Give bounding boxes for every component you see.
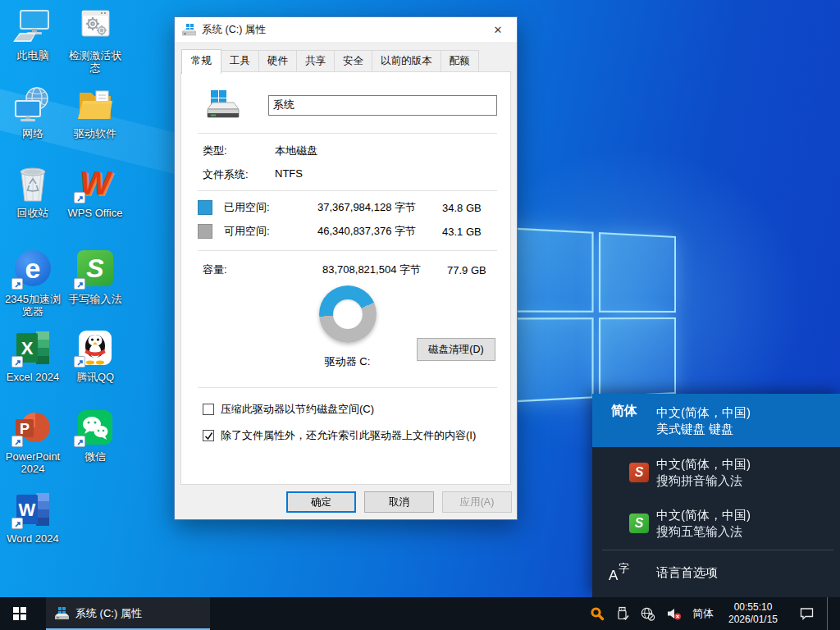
shortcut-arrow-icon bbox=[11, 436, 23, 447]
tab-security[interactable]: 安全 bbox=[334, 50, 372, 72]
word-icon: W bbox=[13, 490, 52, 531]
tab-page-general: 类型: 本地磁盘 文件系统: NTFS 已用空间: 37,367,984,128… bbox=[180, 71, 511, 485]
free-space-bytes: 46,340,837,376 字节 bbox=[316, 224, 416, 239]
this-pc-icon bbox=[13, 7, 52, 48]
driver-software-icon bbox=[75, 84, 115, 126]
taskbar: 系统 (C:) 属性 简体 00:55:10 2026/01/15 bbox=[0, 597, 840, 630]
language-preferences-item[interactable]: A字 语言首选项 bbox=[592, 550, 840, 595]
action-center-icon[interactable] bbox=[799, 606, 815, 621]
desktop-icon-2345-browser[interactable]: e 2345加速浏览器 bbox=[2, 248, 64, 317]
shortcut-arrow-icon bbox=[11, 356, 23, 368]
used-space-label: 已用空间: bbox=[224, 200, 316, 215]
shortcut-arrow-icon bbox=[11, 278, 23, 290]
divider bbox=[198, 190, 497, 191]
network-no-internet-tray-icon[interactable] bbox=[640, 606, 655, 621]
compress-drive-label: 压缩此驱动器以节约磁盘空间(C) bbox=[221, 402, 374, 417]
desktop-icon-handwriting-ime[interactable]: S 手写输入法 bbox=[64, 248, 126, 305]
taskbar-clock[interactable]: 00:55:10 2026/01/15 bbox=[724, 601, 782, 626]
show-desktop-button[interactable] bbox=[827, 597, 832, 630]
svg-text:P: P bbox=[20, 421, 30, 437]
apply-button[interactable]: 应用(A) bbox=[442, 491, 512, 513]
desktop-icon-this-pc[interactable]: 此电脑 bbox=[2, 7, 64, 62]
desktop-icon-wechat[interactable]: 微信 bbox=[64, 408, 126, 463]
tab-quota[interactable]: 配额 bbox=[441, 50, 479, 72]
ime-item-sogou-wubi[interactable]: S 中文(简体，中国) 搜狗五笔输入法 bbox=[592, 498, 840, 549]
windows-logo bbox=[508, 227, 676, 403]
activation-check-icon bbox=[75, 7, 115, 48]
desktop-icon-recycle-bin[interactable]: 回收站 bbox=[2, 164, 64, 219]
desktop-icon-qq[interactable]: 腾讯QQ bbox=[64, 328, 126, 383]
dialog-titlebar[interactable]: 系统 (C:) 属性 ✕ bbox=[175, 17, 517, 42]
clock-time: 00:55:10 bbox=[724, 601, 782, 614]
volume-muted-tray-icon[interactable] bbox=[666, 606, 682, 621]
2345-browser-icon: e bbox=[13, 250, 52, 291]
disk-cleanup-button[interactable]: 磁盘清理(D) bbox=[417, 338, 495, 361]
language-preferences-label: 语言首选项 bbox=[656, 565, 718, 581]
tab-general[interactable]: 常规 bbox=[181, 49, 221, 74]
svg-text:X: X bbox=[21, 338, 34, 358]
allow-indexing-label: 除了文件属性外，还允许索引此驱动器上文件的内容(I) bbox=[221, 428, 476, 443]
dialog-title: 系统 (C:) 属性 bbox=[202, 23, 482, 37]
drive-icon bbox=[182, 24, 196, 36]
desktop: 此电脑 检测激活状态 bbox=[0, 0, 840, 630]
filesystem-value: NTFS bbox=[275, 167, 303, 182]
tab-sharing[interactable]: 共享 bbox=[296, 50, 335, 72]
dialog-tabs: 常规 工具 硬件 共享 安全 以前的版本 配额 bbox=[181, 52, 478, 72]
dialog-footer: 确定 取消 应用(A) bbox=[175, 485, 517, 519]
drive-icon-large bbox=[201, 89, 240, 121]
used-space-swatch bbox=[198, 200, 212, 215]
desktop-icon-powerpoint[interactable]: P PowerPoint 2024 bbox=[2, 408, 64, 475]
ime-item-sogou-pinyin[interactable]: S 中文(简体，中国) 搜狗拼音输入法 bbox=[592, 447, 840, 498]
language-switcher-popup: 简体 中文(简体，中国) 美式键盘 键盘 S 中文(简体，中国) 搜狗拼音输入法… bbox=[592, 394, 840, 597]
windows-logo-pane bbox=[599, 317, 676, 398]
capacity-size: 77.9 GB bbox=[447, 264, 486, 276]
clock-date: 2026/01/15 bbox=[724, 614, 782, 626]
used-space-size: 34.8 GB bbox=[442, 202, 482, 214]
shortcut-arrow-icon bbox=[74, 192, 85, 203]
used-space-bytes: 37,367,984,128 字节 bbox=[316, 200, 416, 215]
drive-icon bbox=[54, 607, 69, 620]
desktop-icon-word[interactable]: W Word 2024 bbox=[2, 490, 64, 545]
ok-button[interactable]: 确定 bbox=[286, 491, 356, 513]
tab-previous-versions[interactable]: 以前的版本 bbox=[372, 50, 441, 72]
taskbar-task-properties[interactable]: 系统 (C:) 属性 bbox=[46, 597, 210, 630]
sogou-search-tray-icon[interactable] bbox=[590, 606, 605, 621]
tray-ime-indicator[interactable]: 简体 bbox=[692, 606, 714, 621]
disk-usage-donut bbox=[319, 285, 377, 343]
divider bbox=[198, 250, 497, 251]
tab-tools[interactable]: 工具 bbox=[221, 50, 259, 72]
cancel-button[interactable]: 取消 bbox=[364, 491, 434, 513]
desktop-icon-wps-office[interactable]: W WPS Office bbox=[64, 164, 126, 219]
type-label: 类型: bbox=[203, 144, 275, 158]
free-space-swatch bbox=[198, 224, 212, 239]
tab-hardware[interactable]: 硬件 bbox=[258, 50, 297, 72]
ime-badge: 简体 bbox=[611, 403, 656, 420]
start-button[interactable] bbox=[0, 597, 39, 630]
desktop-icon-activation-check[interactable]: 检测激活状态 bbox=[64, 7, 126, 74]
network-icon bbox=[13, 84, 52, 126]
properties-dialog: 系统 (C:) 属性 ✕ 常规 工具 硬件 共享 安全 以前的版本 配额 bbox=[174, 16, 518, 520]
handwriting-ime-icon: S bbox=[75, 250, 115, 291]
wechat-icon bbox=[75, 408, 115, 449]
divider bbox=[198, 133, 497, 134]
usb-device-tray-icon[interactable] bbox=[615, 606, 629, 621]
ime-item-us-keyboard[interactable]: 简体 中文(简体，中国) 美式键盘 键盘 bbox=[592, 394, 840, 447]
wps-office-icon: W bbox=[75, 164, 115, 205]
desktop-icon-network[interactable]: 网络 bbox=[2, 84, 64, 139]
powerpoint-icon: P bbox=[13, 408, 52, 449]
shortcut-arrow-icon bbox=[11, 518, 23, 529]
windows-logo-pane bbox=[508, 317, 594, 403]
desktop-icon-driver-software[interactable]: 驱动软件 bbox=[64, 84, 126, 139]
desktop-icon-excel[interactable]: X Excel 2024 bbox=[2, 328, 64, 383]
allow-indexing-checkbox[interactable] bbox=[203, 430, 214, 441]
language-icon: A字 bbox=[609, 561, 637, 584]
volume-label-input[interactable] bbox=[268, 95, 497, 116]
close-icon[interactable]: ✕ bbox=[482, 18, 514, 41]
sogou-wubi-icon: S bbox=[629, 514, 649, 533]
free-space-size: 43.1 GB bbox=[442, 226, 482, 238]
divider bbox=[198, 387, 497, 388]
free-space-label: 可用空间: bbox=[224, 224, 316, 239]
compress-drive-checkbox[interactable] bbox=[203, 404, 214, 415]
capacity-bytes: 83,708,821,504 字节 bbox=[321, 262, 421, 277]
sogou-pinyin-icon: S bbox=[629, 463, 649, 482]
